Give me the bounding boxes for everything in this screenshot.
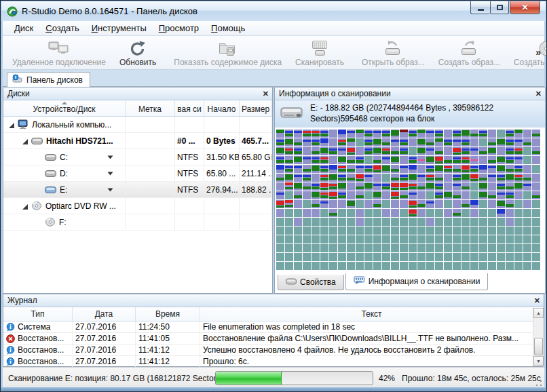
scan-block <box>523 218 531 226</box>
resize-grip[interactable] <box>535 379 543 387</box>
scan-block <box>506 253 514 261</box>
log-row-2[interactable]: Восстанов...27.07.201611:41:05Восстановл… <box>3 333 544 345</box>
log-row-1[interactable]: Система27.07.201611:24:50File enumeratio… <box>3 321 544 333</box>
tree-row-hitachi-drive[interactable]: Hitachi HDS721...#0 ...0 Bytes465.7... <box>3 133 272 149</box>
tree-row-optiarc-dvd[interactable]: Optiarc DVD RW ... <box>3 198 272 214</box>
menu-item-tools[interactable]: Инструменты <box>86 21 153 35</box>
scan-block <box>470 235 478 243</box>
refresh-button[interactable]: Обновить <box>113 38 163 68</box>
toolbar-overflow-chevron[interactable]: » <box>535 47 541 58</box>
scan-block <box>497 227 505 235</box>
close-button[interactable]: ✕ <box>510 1 540 14</box>
log-text-cell: Восстановление файла C:\Users\ПК\Downloa… <box>200 333 544 344</box>
minimize-button[interactable] <box>470 1 490 14</box>
scan-block <box>312 165 320 173</box>
show-disk-content-button[interactable]: Показать содержимое диска <box>167 38 288 68</box>
scan-block <box>303 147 311 155</box>
device-cell: C: <box>3 149 126 165</box>
tree-row-volume-f[interactable]: F: <box>3 214 272 231</box>
disks-column-header-5[interactable]: Размер <box>240 100 272 116</box>
create-image-button[interactable]: Создать образ... <box>432 38 507 68</box>
scan-block <box>391 191 399 199</box>
row-dropdown-icon[interactable] <box>107 172 113 176</box>
scan-block <box>470 209 478 217</box>
log-scrollbar[interactable]: ▲ ▼ <box>533 308 544 366</box>
scan-block <box>506 165 514 173</box>
disks-column-header-1[interactable]: Устройство/Диск <box>3 100 126 116</box>
device-cell: E: <box>3 182 126 197</box>
tree-row-volume-d[interactable]: D:NTFS65.80 ...211.14 ... <box>3 165 272 182</box>
row-dropdown-icon[interactable] <box>107 155 113 159</box>
menu-item-view[interactable]: Просмотр <box>153 21 205 35</box>
scan-block <box>373 227 381 235</box>
log-column-header-4[interactable]: Текст <box>200 307 544 321</box>
scan-block <box>479 235 487 243</box>
log-panel: Журнал ✕ ТипДатаВремяТекст Система27.07.… <box>3 294 544 367</box>
tree-expander-icon[interactable] <box>22 203 29 210</box>
disks-column-header-3[interactable]: вая си <box>175 100 204 116</box>
document-tab-strip: Панель дисков <box>3 70 544 87</box>
log-row-4[interactable]: Восстанов...27.07.201611:41:12Прошло: 6с… <box>3 356 544 368</box>
scan-block <box>523 165 531 173</box>
menu-item-help[interactable]: Помощь <box>205 21 251 35</box>
fs-cell: NTFS <box>175 165 204 181</box>
tab-scan-info-label: Информация о сканировании <box>369 277 480 286</box>
tab-disk-panel[interactable]: Панель дисков <box>7 72 90 87</box>
scan-block <box>444 165 452 173</box>
scan-summary-strip: E: - 188.82 GB (202744894464 Bytes , 395… <box>275 100 545 128</box>
log-column-header-3[interactable]: Время <box>136 307 200 321</box>
scan-block <box>470 147 478 155</box>
disks-column-header-4[interactable]: Начало <box>204 100 240 116</box>
menu-item-disk[interactable]: Диск <box>8 21 39 35</box>
app-icon[interactable] <box>7 6 18 17</box>
scan-block <box>364 227 373 235</box>
scrollbar-down-icon[interactable]: ▼ <box>533 356 544 366</box>
scan-block <box>409 209 417 217</box>
label-cell <box>126 149 175 165</box>
scan-panel-close-icon[interactable]: ✕ <box>535 89 542 98</box>
maximize-button[interactable] <box>490 1 509 14</box>
remote-icon <box>48 39 70 58</box>
scrollbar-thumb[interactable] <box>534 338 543 355</box>
scrollbar-up-icon[interactable]: ▲ <box>533 308 544 318</box>
tree-expander-icon[interactable] <box>22 138 29 144</box>
scan-block <box>303 191 311 199</box>
log-column-header-2[interactable]: Дата <box>73 307 136 321</box>
tree-row-local-computer[interactable]: Локальный компью... <box>3 117 272 133</box>
title-bar[interactable]: R-Studio Demo 8.0.164571 - Панель дисков… <box>1 1 546 21</box>
scan-block <box>294 209 302 217</box>
tab-scan-info[interactable]: Информация о сканировании <box>345 273 489 290</box>
scan-kbd-icon <box>354 276 365 287</box>
scan-block <box>294 244 302 252</box>
scan-block <box>400 182 408 191</box>
scan-block <box>444 244 452 252</box>
log-panel-close-icon[interactable]: ✕ <box>534 296 540 305</box>
open-image-button[interactable]: Открыть образ... <box>355 38 432 68</box>
row-dropdown-icon[interactable] <box>107 188 113 192</box>
scan-block <box>523 130 531 138</box>
disks-panel-close-icon[interactable]: ✕ <box>263 89 269 98</box>
scan-block <box>417 138 426 146</box>
tree-row-volume-c[interactable]: C:NTFS31.50 KB65.80 GB <box>3 149 272 165</box>
scan-block <box>347 138 355 146</box>
scan-block <box>409 262 417 270</box>
menu-item-create[interactable]: Создать <box>39 21 85 35</box>
tab-properties[interactable]: Свойства <box>278 275 344 290</box>
tree-expander-icon[interactable] <box>8 121 15 128</box>
log-column-header-1[interactable]: Тип <box>3 307 73 321</box>
scan-block <box>347 130 355 138</box>
disks-column-header-2[interactable]: Метка <box>126 100 175 116</box>
remote-connection-button[interactable]: Удаленное подключение <box>5 38 113 68</box>
scan-block <box>479 227 487 235</box>
scan-button[interactable]: Сканировать <box>288 38 351 68</box>
scan-block <box>382 235 390 243</box>
scan-block <box>303 156 311 164</box>
scan-block <box>285 147 293 155</box>
log-date-cell: 27.07.2016 <box>73 345 136 355</box>
scan-block <box>426 253 434 261</box>
create-region-button[interactable]: Создать регион... <box>507 38 547 68</box>
scan-block <box>320 138 328 146</box>
scan-block <box>514 191 523 199</box>
tree-row-volume-e[interactable]: E:NTFS276.94...188.82 ... <box>3 182 272 198</box>
log-row-3[interactable]: Восстанов...27.07.201611:41:12Успешно во… <box>3 345 544 356</box>
